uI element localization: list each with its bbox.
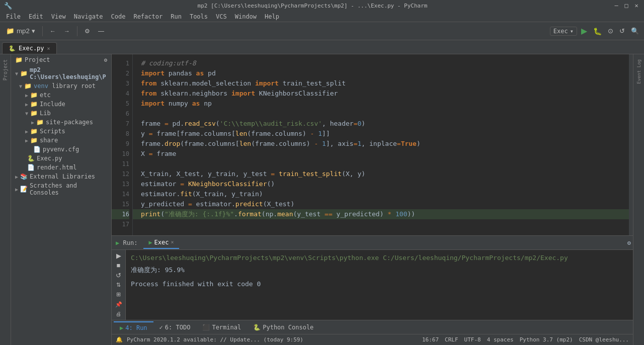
tree-label-lib: Lib	[40, 110, 51, 117]
debug-button[interactable]: 🐛	[591, 26, 604, 36]
project-label: mp2	[17, 27, 30, 35]
tree-item-scratches[interactable]: ▶ 📝 Scratches and Consoles	[11, 181, 111, 197]
toolbar-fwd-btn[interactable]: →	[61, 27, 73, 36]
tree-label-include: Include	[40, 101, 65, 108]
bottom-tab-todo[interactable]: ✓ 6: TODO	[153, 322, 197, 333]
exec-label: Exec	[553, 28, 568, 35]
menu-edit[interactable]: Edit	[25, 12, 47, 21]
run-tab-exec[interactable]: ▶ Exec ×	[143, 237, 179, 249]
run-step-btn[interactable]: ⇅	[114, 281, 124, 289]
folder-icon: 📁	[6, 27, 15, 35]
project-header-settings[interactable]: ⚙	[104, 57, 107, 63]
tree-item-site-packages[interactable]: ▶ 📁 site-packages	[11, 118, 111, 127]
arrow-right-icon: ▶	[25, 102, 28, 107]
encoding[interactable]: UTF-8	[464, 336, 481, 343]
menu-code[interactable]: Code	[107, 12, 130, 21]
python-console-text: Python Console	[263, 324, 313, 331]
rerun-button[interactable]: ↺	[617, 26, 627, 36]
menu-tools[interactable]: Tools	[186, 12, 212, 21]
code-content[interactable]: # coding:utf-8 import pandas as pd from …	[133, 54, 629, 235]
folder-icon: 📁	[30, 101, 38, 108]
bottom-tabs: ▶ 4: Run ✓ 6: TODO ⬛ Terminal 🐍 Python C…	[112, 320, 633, 334]
menu-vcs[interactable]: VCS	[212, 12, 231, 21]
html-icon: 📄	[27, 164, 35, 171]
tree-item-render-html[interactable]: 📄 render.html	[11, 163, 111, 172]
run-pin-btn[interactable]: 📌	[114, 300, 124, 308]
menu-navigate[interactable]: Navigate	[70, 12, 107, 21]
menu-run[interactable]: Run	[167, 12, 186, 21]
menu-view[interactable]: View	[47, 12, 70, 21]
menu-help[interactable]: Help	[261, 12, 283, 21]
run-content: ▶ ■ ↺ ⇅ ⊞ 📌 🖨 C:\Users\leeshuqing\Pychar…	[112, 250, 633, 320]
run-tab-text: 4: Run	[125, 324, 147, 331]
menu-file[interactable]: File	[2, 12, 25, 21]
run-rerun-btn[interactable]: ↺	[114, 272, 124, 279]
run-stop-btn[interactable]: ■	[114, 262, 124, 269]
python-version[interactable]: Python 3.7 (mp2)	[520, 336, 573, 343]
menu-window[interactable]: Window	[231, 12, 261, 21]
bottom-tab-python-console[interactable]: 🐍 Python Console	[247, 322, 319, 333]
tree-label-site-packages: site-packages	[46, 119, 93, 126]
indent-spaces[interactable]: 4 spaces	[487, 336, 514, 343]
bottom-tab-terminal[interactable]: ⬛ Terminal	[196, 322, 247, 333]
tree-item-external-libs[interactable]: ▶ 📚 External Libraries	[11, 172, 111, 181]
tree-item-include[interactable]: ▶ 📁 Include	[11, 100, 111, 109]
toolbar-settings-btn[interactable]: ⚙	[82, 27, 93, 36]
tree-label-render-html: render.html	[37, 164, 76, 171]
tree-item-exec-py[interactable]: 🐍 Exec.py	[11, 154, 111, 163]
code-editor[interactable]: 1 2 3 4 5 6 7 8 9 10 11 12 13 14 15 16 1…	[112, 54, 633, 235]
run-tab-icon: ▶	[120, 324, 123, 331]
bottom-tab-run[interactable]: ▶ 4: Run	[114, 321, 153, 333]
tree-item-scripts[interactable]: ▶ 📁 Scripts	[11, 127, 111, 136]
run-print-btn[interactable]: 🖨	[114, 310, 124, 318]
tab-close-button[interactable]: ×	[47, 46, 50, 51]
arrow-right-icon: ▶	[25, 129, 28, 134]
folder-icon: 📁	[30, 110, 38, 117]
folder-icon: 📁	[30, 128, 38, 135]
exec-tab-close[interactable]: ×	[171, 239, 174, 245]
title-text: mp2 [C:\Users\leeshuqing\PycharmProjects…	[12, 3, 613, 9]
run-button[interactable]: ▶	[579, 25, 589, 37]
close-button[interactable]: ✕	[633, 2, 640, 9]
output-process-line: Process finished with exit code 0	[131, 279, 628, 289]
tree-item-etc[interactable]: ▶ 📁 etc	[11, 91, 111, 100]
minimize-button[interactable]: —	[613, 2, 620, 9]
line-ending[interactable]: CRLF	[445, 336, 458, 343]
menu-bar: File Edit View Navigate Code Refactor Ru…	[0, 11, 644, 22]
file-icon: 📄	[33, 146, 41, 153]
update-message[interactable]: PyCharm 2020.1.2 available: // Update...…	[127, 336, 303, 343]
menu-refactor[interactable]: Refactor	[129, 12, 167, 21]
exec-dropdown-arrow[interactable]: ▾	[570, 28, 574, 35]
line-numbers: 1 2 3 4 5 6 7 8 9 10 11 12 13 14 15 16 1…	[112, 54, 133, 235]
right-side-label[interactable]: Event Log	[635, 56, 642, 87]
tree-item-venv[interactable]: ▼ 📁 venv library root	[11, 81, 111, 91]
tree-item-share[interactable]: ▶ 📁 share	[11, 136, 111, 145]
app-icon: 🔧	[4, 2, 12, 10]
cursor-position[interactable]: 16:67	[422, 336, 439, 343]
toolbar: 📁 mp2 ▾ ← → ⚙ — Exec ▾ ▶ 🐛 ⊙ ↺ 🔍	[0, 22, 644, 40]
toolbar-minus-btn[interactable]: —	[95, 27, 107, 36]
editor-scrollbar[interactable]	[629, 54, 633, 235]
project-side-label[interactable]: Project	[2, 56, 9, 83]
tree-item-lib[interactable]: ▼ 📁 Lib	[11, 109, 111, 118]
sidebar: 📁 Project ⚙ ▼ 📁 mp2 C:\Users\leeshuqing\…	[11, 54, 112, 345]
tab-exec-py[interactable]: 🐍 Exec.py ×	[2, 42, 57, 54]
run-play-btn[interactable]: ▶	[114, 252, 124, 260]
maximize-button[interactable]: □	[623, 2, 630, 9]
exec-tab-label: Exec	[154, 239, 169, 246]
editor-area: 1 2 3 4 5 6 7 8 9 10 11 12 13 14 15 16 1…	[112, 54, 633, 345]
project-dropdown[interactable]: 📁 mp2 ▾	[3, 26, 38, 36]
arrow-right-icon: ▶	[25, 93, 28, 98]
arrow-down-icon: ▼	[15, 71, 18, 76]
tree-label-etc: etc	[40, 92, 51, 99]
right-label: CSDN @leeshu...	[579, 336, 629, 343]
project-header-label: Project	[25, 56, 50, 63]
toolbar-back-btn[interactable]: ←	[47, 27, 59, 36]
run-settings-btn[interactable]: ⚙	[627, 239, 631, 246]
run-compare-btn[interactable]: ⊞	[114, 291, 124, 298]
tree-item-pyvenv[interactable]: 📄 pyvenv.cfg	[11, 145, 111, 154]
coverage-button[interactable]: ⊙	[606, 26, 615, 36]
tree-item-mp2[interactable]: ▼ 📁 mp2 C:\Users\leeshuqing\P	[11, 65, 111, 81]
search-button[interactable]: 🔍	[629, 26, 641, 36]
tree-label-mp2: mp2 C:\Users\leeshuqing\P	[30, 66, 107, 80]
